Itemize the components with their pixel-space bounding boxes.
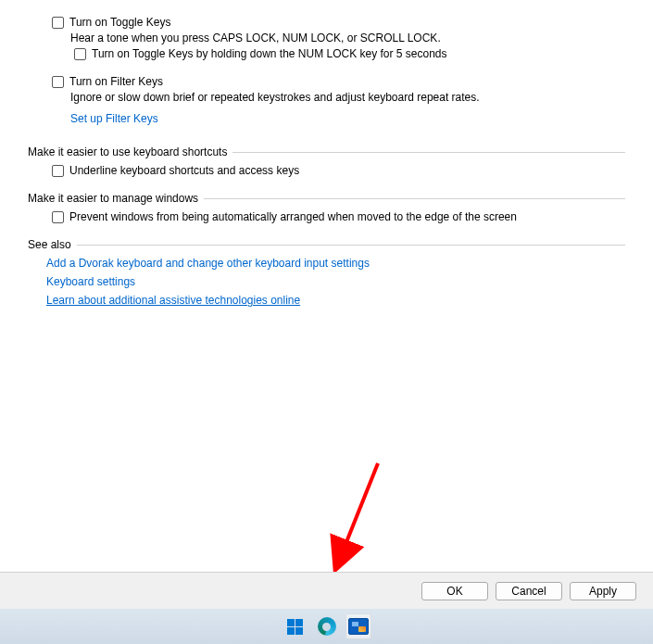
divider — [204, 198, 625, 199]
divider — [77, 245, 625, 246]
taskbar — [0, 609, 653, 644]
setup-filter-keys-link[interactable]: Set up Filter Keys — [70, 112, 158, 125]
toggle-keys-desc: Hear a tone when you press CAPS LOCK, NU… — [70, 32, 625, 44]
underline-shortcuts-checkbox[interactable] — [52, 165, 64, 177]
ok-button[interactable]: OK — [421, 582, 488, 600]
cancel-button[interactable]: Cancel — [496, 582, 562, 600]
filter-keys-desc: Ignore or slow down brief or repeated ke… — [70, 91, 625, 104]
section-shortcuts-title: Make it easier to use keyboard shortcuts — [28, 145, 227, 158]
toggle-keys-numlock-label: Turn on Toggle Keys by holding down the … — [92, 47, 447, 60]
edge-icon — [318, 617, 336, 636]
section-shortcuts: Make it easier to use keyboard shortcuts — [28, 145, 625, 158]
section-windows-title: Make it easier to manage windows — [28, 192, 198, 205]
toggle-keys-checkbox[interactable] — [52, 17, 64, 29]
dialog-button-bar: OK Cancel Apply — [0, 572, 653, 609]
edge-taskbar-button[interactable] — [314, 613, 340, 639]
section-windows: Make it easier to manage windows — [28, 192, 625, 205]
filter-keys-label: Turn on Filter Keys — [69, 75, 163, 88]
divider — [232, 152, 625, 153]
settings-content: Turn on Toggle Keys Hear a tone when you… — [0, 0, 653, 590]
start-button[interactable] — [283, 613, 308, 639]
prevent-arrange-label: Prevent windows from being automatically… — [69, 210, 517, 223]
prevent-arrange-checkbox[interactable] — [52, 211, 64, 223]
toggle-keys-numlock-checkbox[interactable] — [74, 48, 86, 60]
windows-logo-icon — [287, 619, 303, 635]
section-see-also: See also — [28, 238, 625, 251]
underline-shortcuts-label: Underline keyboard shortcuts and access … — [69, 164, 299, 177]
control-panel-icon — [348, 618, 369, 635]
filter-keys-checkbox[interactable] — [52, 76, 64, 88]
see-also-link-assistive-tech[interactable]: Learn about additional assistive technol… — [46, 294, 625, 307]
see-also-link-keyboard-settings[interactable]: Keyboard settings — [46, 275, 625, 288]
control-panel-taskbar-button[interactable] — [345, 613, 371, 639]
apply-button[interactable]: Apply — [570, 582, 636, 600]
toggle-keys-label: Turn on Toggle Keys — [69, 16, 170, 29]
section-see-also-title: See also — [28, 238, 71, 251]
see-also-link-dvorak[interactable]: Add a Dvorak keyboard and change other k… — [46, 257, 625, 270]
